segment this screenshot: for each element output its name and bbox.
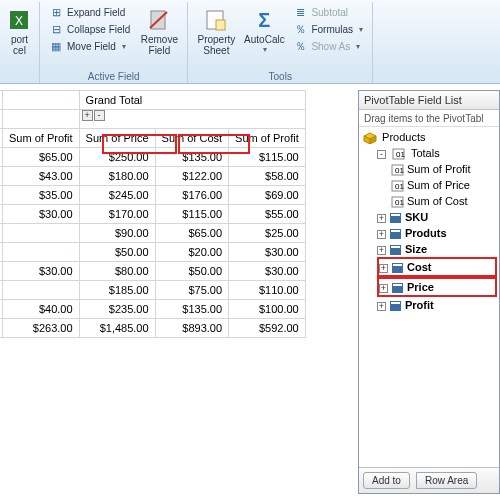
cell[interactable]: $30.00 (229, 262, 306, 281)
cell[interactable]: $592.00 (229, 319, 306, 338)
cell[interactable]: $55.00 (229, 205, 306, 224)
autocalc-button[interactable]: Σ AutoCalc ▾ (242, 4, 286, 56)
add-to-button[interactable]: Add to (363, 472, 410, 489)
cell[interactable]: $122.00 (155, 167, 229, 186)
field-icon (391, 262, 405, 274)
col-sum-cost[interactable]: Sum of Cost (155, 129, 229, 148)
tree-price[interactable]: +Price (377, 277, 497, 297)
formulas-icon: ％ (293, 22, 307, 36)
cell[interactable]: $58.00 (229, 167, 306, 186)
cell[interactable]: $65.00 (3, 148, 80, 167)
field-list-hint: Drag items to the PivotTabl (359, 110, 499, 127)
cell[interactable]: $263.00 (3, 319, 80, 338)
tree-sku[interactable]: +SKU (377, 209, 497, 225)
tree-produts[interactable]: +Produts (377, 225, 497, 241)
table-row[interactable]: $457.00$263.00$1,485.00$893.00$592.00 (0, 319, 305, 338)
cell[interactable]: $135.00 (155, 148, 229, 167)
cell[interactable]: $35.00 (3, 186, 80, 205)
cell[interactable] (3, 281, 80, 300)
pivot-grid[interactable]: Grand Total + - n of Cost Sum of Profit … (0, 90, 306, 338)
cell[interactable]: $100.00 (229, 300, 306, 319)
showas-button[interactable]: ％ Show As ▾ (290, 38, 366, 54)
cell[interactable]: $69.00 (229, 186, 306, 205)
cell[interactable]: $235.00 (79, 300, 155, 319)
cell[interactable]: $50.00 (155, 262, 229, 281)
cell[interactable]: $75.00 (155, 281, 229, 300)
cell[interactable] (3, 243, 80, 262)
col-sum-price[interactable]: Sum of Price (79, 129, 155, 148)
cell[interactable]: $65.00 (155, 224, 229, 243)
cell[interactable]: $135.00 (155, 300, 229, 319)
move-field-button[interactable]: ▦ Move Field ▾ (46, 38, 133, 54)
cell[interactable]: $40.00 (3, 300, 80, 319)
table-row[interactable]: $85.00$65.00$250.00$135.00$115.00 (0, 148, 305, 167)
tree-sum-profit[interactable]: 01Sum of Profit (391, 161, 497, 177)
cell[interactable]: $25.00 (229, 224, 306, 243)
remove-field-button[interactable]: Remove Field (137, 4, 181, 58)
table-row[interactable]: $65.00$40.00$235.00$135.00$100.00 (0, 300, 305, 319)
tree-products[interactable]: Products - 01 Totals 01Sum of Profit 01S… (363, 129, 497, 313)
chevron-down-icon: ▾ (263, 45, 267, 54)
cell[interactable] (3, 224, 80, 243)
showas-icon: ％ (293, 39, 307, 53)
property-sheet-button[interactable]: Property Sheet (194, 4, 238, 58)
cell[interactable]: $20.00 (155, 243, 229, 262)
table-row[interactable]: $50.00$20.00$30.00 (0, 243, 305, 262)
tree-profit[interactable]: +Profit (377, 297, 497, 313)
expand-icon[interactable]: + (377, 246, 386, 255)
cell[interactable]: $115.00 (229, 148, 306, 167)
cell[interactable]: $30.00 (3, 205, 80, 224)
cell[interactable]: $170.00 (79, 205, 155, 224)
expand-field-button[interactable]: ⊞ Expand Field (46, 4, 133, 20)
table-row[interactable]: $60.00$30.00$170.00$115.00$55.00 (0, 205, 305, 224)
expand-icon[interactable]: + (379, 264, 388, 273)
tree-products-label: Products (382, 131, 425, 143)
tree-sum-price[interactable]: 01Sum of Price (391, 177, 497, 193)
cell[interactable]: $30.00 (3, 262, 80, 281)
cell[interactable]: $43.00 (3, 167, 80, 186)
collapse-field-button[interactable]: ⊟ Collapse Field (46, 21, 133, 37)
tree-sum-cost[interactable]: 01Sum of Cost (391, 193, 497, 209)
cell[interactable]: $185.00 (79, 281, 155, 300)
col-sum-profit-1[interactable]: Sum of Profit (3, 129, 80, 148)
col-sum-profit-2[interactable]: Sum of Profit (229, 129, 306, 148)
expand-icon[interactable]: + (377, 230, 386, 239)
tree-totals[interactable]: - 01 Totals 01Sum of Profit 01Sum of Pri… (377, 145, 497, 209)
cell[interactable]: $250.00 (79, 148, 155, 167)
cell[interactable]: $115.00 (155, 205, 229, 224)
expand-icon[interactable]: + (377, 302, 386, 311)
field-tree[interactable]: Products - 01 Totals 01Sum of Profit 01S… (359, 127, 499, 467)
field-list-footer: Add to Row Area (359, 467, 499, 493)
table-row[interactable]: $35.00$90.00$65.00$25.00 (0, 224, 305, 243)
row-area-button[interactable]: Row Area (416, 472, 477, 489)
tree-sum-profit-label: Sum of Profit (407, 163, 471, 175)
table-row[interactable]: $80.00$35.00$245.00$176.00$69.00 (0, 186, 305, 205)
cell[interactable]: $176.00 (155, 186, 229, 205)
outline-plus[interactable]: + (82, 110, 93, 121)
subtotal-button[interactable]: ≣ Subtotal (290, 4, 366, 20)
property-label: Property Sheet (197, 34, 235, 56)
cell[interactable]: $1,485.00 (79, 319, 155, 338)
field-icon (391, 282, 405, 294)
cell[interactable]: $90.00 (79, 224, 155, 243)
cell[interactable]: $50.00 (79, 243, 155, 262)
table-row[interactable]: $50.00$30.00$80.00$50.00$30.00 (0, 262, 305, 281)
cell[interactable]: $80.00 (79, 262, 155, 281)
cell[interactable]: $110.00 (229, 281, 306, 300)
cell[interactable]: $180.00 (79, 167, 155, 186)
cell[interactable]: $30.00 (229, 243, 306, 262)
collapse-icon[interactable]: - (377, 150, 386, 159)
export-button[interactable]: X port cel (0, 4, 42, 58)
table-row[interactable]: $185.00$75.00$110.00 (0, 281, 305, 300)
tree-size[interactable]: +Size (377, 241, 497, 257)
tree-cost[interactable]: +Cost (377, 257, 497, 277)
cell[interactable]: $245.00 (79, 186, 155, 205)
tree-sku-label: SKU (405, 211, 428, 223)
outline-minus[interactable]: - (94, 110, 105, 121)
cell[interactable]: $893.00 (155, 319, 229, 338)
formulas-button[interactable]: ％ Formulas ▾ (290, 21, 366, 37)
expand-icon[interactable]: + (377, 214, 386, 223)
collapse-field-label: Collapse Field (67, 24, 130, 35)
expand-icon[interactable]: + (379, 284, 388, 293)
table-row[interactable]: $82.00$43.00$180.00$122.00$58.00 (0, 167, 305, 186)
